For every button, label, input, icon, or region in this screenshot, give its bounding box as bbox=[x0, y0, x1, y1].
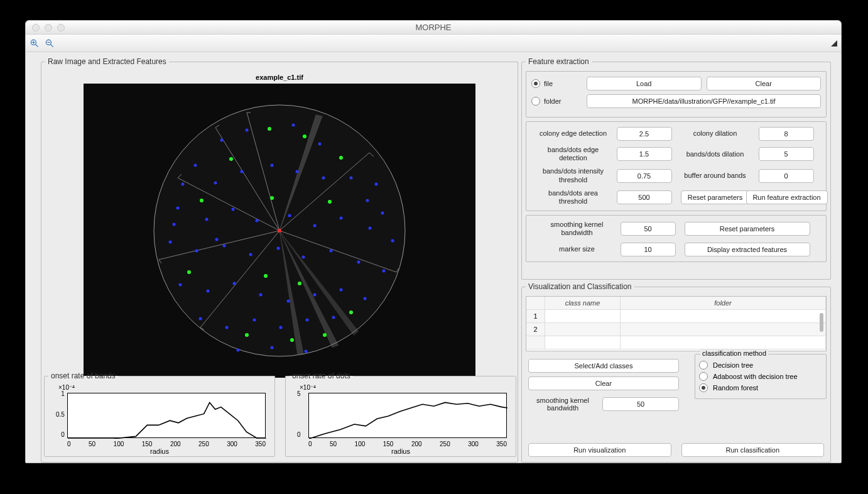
svg-point-33 bbox=[322, 177, 325, 180]
svg-point-40 bbox=[288, 214, 291, 217]
svg-point-35 bbox=[366, 199, 369, 202]
select-add-classes-button[interactable]: Select/Add classes bbox=[528, 359, 679, 373]
bd-dilation-label: bands/dots dilation bbox=[681, 150, 750, 158]
buffer-label: buffer around bands bbox=[681, 172, 750, 180]
ada-label: Adaboost with decision tree bbox=[713, 373, 798, 380]
colony-edge-input[interactable]: 2.5 bbox=[617, 127, 672, 141]
load-button[interactable]: Load bbox=[587, 77, 702, 91]
svg-line-1 bbox=[36, 44, 38, 47]
svg-point-24 bbox=[220, 139, 224, 142]
ada-radio[interactable] bbox=[699, 372, 708, 381]
svg-point-66 bbox=[306, 319, 309, 322]
svg-point-25 bbox=[246, 129, 249, 132]
svg-point-52 bbox=[357, 261, 361, 264]
svg-point-50 bbox=[302, 256, 305, 259]
svg-point-62 bbox=[199, 317, 202, 321]
svg-point-32 bbox=[296, 170, 299, 173]
svg-point-47 bbox=[223, 244, 226, 248]
chart-dots-plot bbox=[308, 393, 507, 438]
svg-point-27 bbox=[318, 143, 322, 146]
display-params-box: smoothing kernel bandwidth 50 Reset para… bbox=[526, 215, 827, 261]
bd-dilation-input[interactable]: 5 bbox=[759, 147, 814, 161]
reset-params-button[interactable]: Reset parameters bbox=[681, 190, 750, 204]
table-row[interactable]: 1 bbox=[526, 310, 826, 323]
bd-intensity-input[interactable]: 0.75 bbox=[617, 169, 672, 183]
bd-area-input[interactable]: 500 bbox=[617, 190, 672, 204]
clear-button[interactable]: Clear bbox=[707, 77, 822, 91]
svg-point-28 bbox=[194, 164, 197, 167]
chart-dots-yticks: 50 bbox=[297, 390, 301, 438]
zoom-in-button[interactable] bbox=[30, 38, 40, 48]
titlebar[interactable]: MORPHE bbox=[26, 21, 841, 35]
path-input[interactable]: MORPHE/data/illustration/GFP//example_c1… bbox=[587, 94, 821, 108]
svg-point-36 bbox=[176, 207, 180, 210]
dt-label: Decision tree bbox=[713, 361, 753, 369]
svg-point-61 bbox=[364, 297, 367, 300]
table-scrollbar[interactable] bbox=[820, 313, 823, 332]
svg-line-5 bbox=[51, 44, 53, 47]
svg-point-10 bbox=[268, 127, 271, 131]
svg-point-64 bbox=[253, 319, 256, 322]
bd-edge-input[interactable]: 1.5 bbox=[617, 147, 672, 161]
svg-point-59 bbox=[313, 294, 317, 297]
chart-dots-xlabel: radius bbox=[286, 447, 516, 455]
smoothing-label: smoothing kernel bandwidth bbox=[543, 221, 612, 237]
reset-display-button[interactable]: Reset parameters bbox=[685, 222, 810, 236]
svg-point-65 bbox=[279, 326, 283, 329]
svg-point-9 bbox=[278, 229, 281, 233]
run-extraction-button[interactable]: Run feature extraction bbox=[746, 190, 828, 204]
chart-dots-exp: ×10⁻⁴ bbox=[300, 384, 316, 391]
svg-point-34 bbox=[350, 177, 353, 180]
chart-onset-dots: onset rate of dots ×10⁻⁴ 50 050100150200… bbox=[285, 371, 516, 457]
svg-point-67 bbox=[332, 316, 335, 319]
chart-bands-plot bbox=[67, 393, 266, 438]
file-radio-label: file bbox=[544, 80, 553, 87]
table-row[interactable] bbox=[526, 336, 826, 349]
svg-point-51 bbox=[330, 250, 333, 253]
svg-point-13 bbox=[339, 156, 343, 160]
buffer-input[interactable]: 0 bbox=[759, 169, 814, 183]
rf-radio[interactable] bbox=[699, 383, 708, 392]
svg-point-60 bbox=[340, 288, 343, 292]
svg-point-68 bbox=[237, 349, 240, 352]
svg-point-42 bbox=[340, 217, 343, 220]
viz-clear-button[interactable]: Clear bbox=[528, 376, 679, 390]
viz-legend: Visualization and Classification bbox=[526, 282, 634, 291]
colony-image bbox=[84, 84, 475, 378]
class-table[interactable]: class name folder 1 2 bbox=[526, 296, 827, 351]
raw-image-display[interactable] bbox=[84, 84, 475, 378]
smoothing-input[interactable]: 50 bbox=[621, 222, 676, 236]
file-radio[interactable] bbox=[531, 79, 540, 88]
svg-point-46 bbox=[195, 250, 198, 253]
app-body: Raw Image and Extracted Features example… bbox=[26, 52, 841, 463]
svg-point-69 bbox=[271, 346, 274, 349]
svg-point-43 bbox=[369, 227, 372, 230]
marker-input[interactable]: 10 bbox=[621, 243, 676, 256]
svg-point-72 bbox=[381, 212, 384, 215]
run-visualization-button[interactable]: Run visualization bbox=[528, 443, 671, 457]
rf-label: Random forest bbox=[713, 384, 758, 392]
svg-point-31 bbox=[271, 164, 274, 167]
raw-image-legend: Raw Image and Extracted Features bbox=[45, 57, 169, 66]
svg-point-22 bbox=[323, 333, 327, 337]
table-row[interactable]: 2 bbox=[526, 323, 826, 336]
svg-point-23 bbox=[349, 310, 353, 314]
bd-area-label: bands/dots area threshold bbox=[539, 189, 608, 206]
svg-point-16 bbox=[328, 200, 332, 204]
display-features-button[interactable]: Display extracted features bbox=[685, 243, 810, 256]
zoom-out-button[interactable] bbox=[45, 38, 55, 48]
feature-legend: Feature extraction bbox=[526, 57, 592, 66]
folder-radio[interactable] bbox=[531, 97, 540, 106]
colony-dilation-input[interactable]: 8 bbox=[759, 127, 814, 141]
feature-extraction-panel: Feature extraction file Load Clear folde… bbox=[521, 57, 831, 280]
svg-point-26 bbox=[292, 124, 295, 127]
viz-smoothing-input[interactable]: 50 bbox=[602, 397, 679, 411]
svg-point-70 bbox=[305, 350, 308, 353]
dt-radio[interactable] bbox=[699, 361, 708, 370]
svg-point-18 bbox=[264, 274, 268, 278]
svg-marker-7 bbox=[831, 40, 837, 47]
toolbar-expand-icon[interactable] bbox=[831, 38, 837, 49]
run-classification-button[interactable]: Run classification bbox=[681, 443, 825, 457]
svg-point-56 bbox=[233, 282, 236, 285]
chart-bands-xlabel: radius bbox=[45, 447, 274, 455]
